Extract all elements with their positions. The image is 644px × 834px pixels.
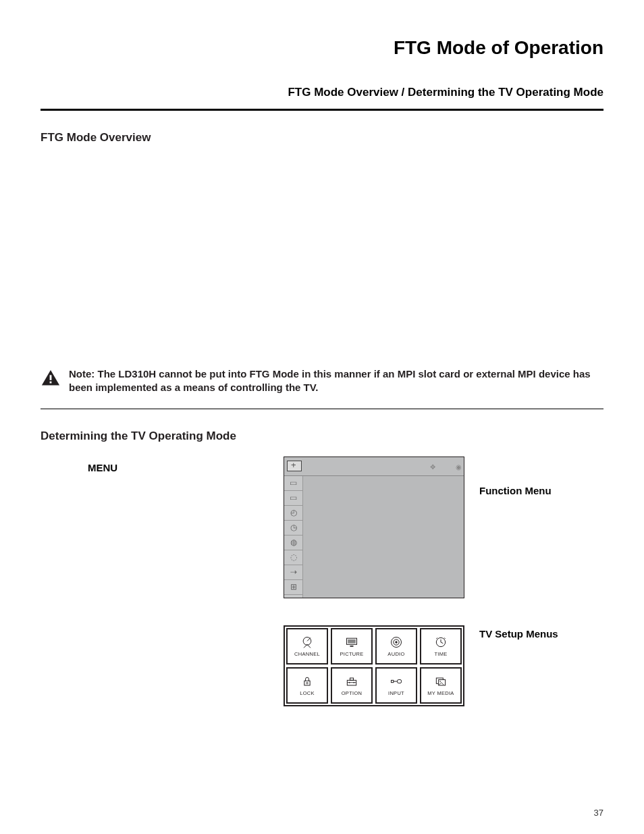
svg-rect-16 — [304, 681, 310, 685]
sidebar-icon: ⇢ — [284, 565, 302, 580]
media-icon — [432, 674, 450, 689]
divider-thin — [41, 409, 603, 409]
enter-icon: ◉ — [456, 463, 461, 469]
setup-cell-label: LOCK — [300, 690, 315, 696]
svg-line-13 — [441, 642, 443, 644]
svg-point-22 — [354, 682, 355, 683]
sub-title: FTG Mode Overview / Determining the TV O… — [41, 86, 603, 99]
function-menu-screenshot: ✥ ◉ ▭ ▭ ◴ ◷ ◍ ◌ ⇢ ⊞ — [284, 457, 464, 598]
function-menu-label: Function Menu — [479, 485, 581, 496]
clock-icon — [432, 635, 450, 650]
section-heading-2: Determining the TV Operating Mode — [41, 429, 603, 443]
lock-icon — [298, 674, 316, 689]
toolbox-icon — [343, 674, 360, 689]
svg-rect-25 — [398, 680, 402, 683]
svg-rect-19 — [350, 678, 354, 680]
svg-rect-1 — [50, 375, 52, 380]
setup-cell-label: CHANNEL — [294, 651, 320, 657]
setup-cell-label: PICTURE — [340, 651, 363, 657]
tv-setup-menus-label: TV Setup Menus — [479, 628, 581, 640]
antenna-icon — [298, 635, 316, 650]
section-heading-1: FTG Mode Overview — [41, 131, 603, 145]
setup-cell-label: TIME — [434, 651, 447, 657]
page-title: FTG Mode of Operation — [41, 37, 603, 59]
setup-cell-lock: LOCK — [286, 667, 328, 704]
setup-cell-label: INPUT — [388, 690, 404, 696]
svg-point-10 — [395, 641, 397, 643]
svg-rect-2 — [50, 382, 52, 384]
svg-rect-6 — [348, 640, 356, 644]
monitor-icon — [343, 635, 360, 650]
page-number: 37 — [594, 808, 603, 818]
setup-cell-channel: CHANNEL — [286, 628, 328, 664]
note-text: Note: The LD310H cannot be put into FTG … — [69, 367, 603, 395]
input-icon — [387, 674, 405, 689]
svg-point-17 — [306, 682, 308, 684]
note-block: Note: The LD310H cannot be put into FTG … — [41, 367, 603, 395]
setup-cell-mymedia: MY MEDIA — [420, 667, 462, 704]
sidebar-icon: ◷ — [284, 521, 302, 536]
speaker-icon — [387, 635, 405, 650]
setup-cell-option: OPTION — [331, 667, 373, 704]
sidebar-icon: ◌ — [284, 550, 302, 565]
sidebar-icon: ▭ — [284, 491, 302, 506]
setup-cell-time: TIME — [420, 628, 462, 664]
move-icon: ✥ — [430, 463, 435, 469]
sidebar-icon: ◴ — [284, 506, 302, 521]
setup-cell-audio: AUDIO — [375, 628, 417, 664]
setup-cell-input: INPUT — [375, 667, 417, 704]
svg-line-14 — [436, 637, 437, 639]
svg-point-21 — [349, 682, 350, 683]
setup-cell-label: MY MEDIA — [427, 690, 454, 696]
setup-cell-picture: PICTURE — [331, 628, 373, 664]
svg-point-28 — [439, 681, 441, 682]
svg-rect-23 — [392, 680, 394, 682]
svg-line-15 — [444, 637, 446, 639]
sidebar-icon: ◍ — [284, 536, 302, 550]
sidebar-icon: ⊞ — [284, 580, 302, 595]
setup-cell-label: AUDIO — [387, 651, 404, 657]
menu-label: MENU — [41, 457, 284, 473]
tv-setup-menus-screenshot: CHANNEL PICTURE AUDIO — [284, 625, 464, 706]
function-menu-sidebar: ▭ ▭ ◴ ◷ ◍ ◌ ⇢ ⊞ — [284, 476, 303, 598]
svg-rect-7 — [350, 646, 354, 647]
warning-icon — [41, 369, 61, 386]
divider-thick — [41, 109, 603, 111]
setup-cell-label: OPTION — [342, 690, 363, 696]
svg-line-4 — [307, 637, 311, 641]
sidebar-icon: ▭ — [284, 476, 302, 491]
ratio-icon — [287, 461, 302, 471]
